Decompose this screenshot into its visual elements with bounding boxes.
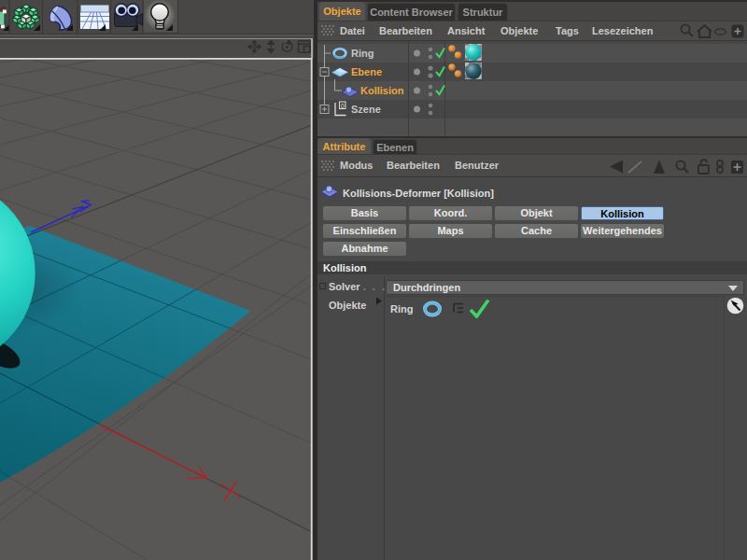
svg-text:0: 0 bbox=[341, 103, 345, 109]
